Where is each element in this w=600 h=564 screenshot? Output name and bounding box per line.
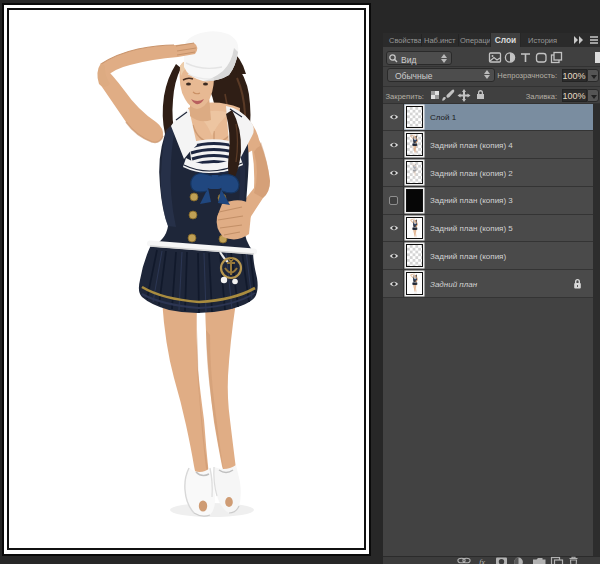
svg-text:fx: fx — [479, 557, 485, 564]
